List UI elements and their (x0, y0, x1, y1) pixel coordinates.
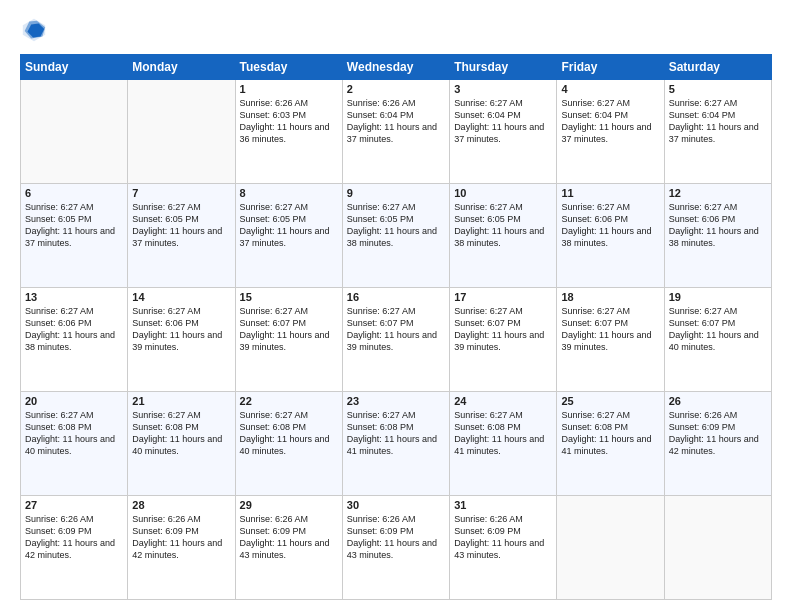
day-info: Sunrise: 6:26 AM Sunset: 6:09 PM Dayligh… (132, 513, 230, 562)
day-number: 21 (132, 395, 230, 407)
weekday-header-tuesday: Tuesday (235, 55, 342, 80)
day-number: 17 (454, 291, 552, 303)
day-number: 31 (454, 499, 552, 511)
day-info: Sunrise: 6:27 AM Sunset: 6:06 PM Dayligh… (669, 201, 767, 250)
day-info: Sunrise: 6:27 AM Sunset: 6:08 PM Dayligh… (561, 409, 659, 458)
day-info: Sunrise: 6:26 AM Sunset: 6:09 PM Dayligh… (240, 513, 338, 562)
calendar-cell: 11Sunrise: 6:27 AM Sunset: 6:06 PM Dayli… (557, 184, 664, 288)
day-number: 18 (561, 291, 659, 303)
calendar-cell: 7Sunrise: 6:27 AM Sunset: 6:05 PM Daylig… (128, 184, 235, 288)
day-number: 25 (561, 395, 659, 407)
calendar-cell: 29Sunrise: 6:26 AM Sunset: 6:09 PM Dayli… (235, 496, 342, 600)
day-number: 13 (25, 291, 123, 303)
day-number: 15 (240, 291, 338, 303)
day-number: 27 (25, 499, 123, 511)
day-number: 1 (240, 83, 338, 95)
calendar-week-row: 27Sunrise: 6:26 AM Sunset: 6:09 PM Dayli… (21, 496, 772, 600)
day-info: Sunrise: 6:27 AM Sunset: 6:05 PM Dayligh… (454, 201, 552, 250)
day-info: Sunrise: 6:27 AM Sunset: 6:05 PM Dayligh… (25, 201, 123, 250)
day-info: Sunrise: 6:26 AM Sunset: 6:09 PM Dayligh… (347, 513, 445, 562)
calendar-cell: 4Sunrise: 6:27 AM Sunset: 6:04 PM Daylig… (557, 80, 664, 184)
weekday-header-wednesday: Wednesday (342, 55, 449, 80)
calendar-cell: 21Sunrise: 6:27 AM Sunset: 6:08 PM Dayli… (128, 392, 235, 496)
calendar-week-row: 6Sunrise: 6:27 AM Sunset: 6:05 PM Daylig… (21, 184, 772, 288)
logo (20, 16, 52, 44)
day-number: 6 (25, 187, 123, 199)
day-info: Sunrise: 6:27 AM Sunset: 6:04 PM Dayligh… (454, 97, 552, 146)
calendar-cell: 16Sunrise: 6:27 AM Sunset: 6:07 PM Dayli… (342, 288, 449, 392)
day-number: 12 (669, 187, 767, 199)
day-info: Sunrise: 6:27 AM Sunset: 6:05 PM Dayligh… (240, 201, 338, 250)
calendar-cell: 30Sunrise: 6:26 AM Sunset: 6:09 PM Dayli… (342, 496, 449, 600)
day-number: 26 (669, 395, 767, 407)
calendar-cell: 8Sunrise: 6:27 AM Sunset: 6:05 PM Daylig… (235, 184, 342, 288)
calendar-cell (21, 80, 128, 184)
calendar-cell (557, 496, 664, 600)
day-number: 23 (347, 395, 445, 407)
day-number: 16 (347, 291, 445, 303)
calendar-week-row: 20Sunrise: 6:27 AM Sunset: 6:08 PM Dayli… (21, 392, 772, 496)
day-info: Sunrise: 6:27 AM Sunset: 6:08 PM Dayligh… (347, 409, 445, 458)
calendar-cell: 28Sunrise: 6:26 AM Sunset: 6:09 PM Dayli… (128, 496, 235, 600)
calendar-cell: 27Sunrise: 6:26 AM Sunset: 6:09 PM Dayli… (21, 496, 128, 600)
calendar-cell: 25Sunrise: 6:27 AM Sunset: 6:08 PM Dayli… (557, 392, 664, 496)
calendar-cell: 24Sunrise: 6:27 AM Sunset: 6:08 PM Dayli… (450, 392, 557, 496)
day-info: Sunrise: 6:27 AM Sunset: 6:08 PM Dayligh… (132, 409, 230, 458)
day-info: Sunrise: 6:27 AM Sunset: 6:08 PM Dayligh… (454, 409, 552, 458)
day-info: Sunrise: 6:27 AM Sunset: 6:07 PM Dayligh… (454, 305, 552, 354)
weekday-header-saturday: Saturday (664, 55, 771, 80)
calendar-cell: 2Sunrise: 6:26 AM Sunset: 6:04 PM Daylig… (342, 80, 449, 184)
calendar-cell: 17Sunrise: 6:27 AM Sunset: 6:07 PM Dayli… (450, 288, 557, 392)
calendar-cell: 6Sunrise: 6:27 AM Sunset: 6:05 PM Daylig… (21, 184, 128, 288)
calendar-cell: 12Sunrise: 6:27 AM Sunset: 6:06 PM Dayli… (664, 184, 771, 288)
day-info: Sunrise: 6:27 AM Sunset: 6:07 PM Dayligh… (347, 305, 445, 354)
day-number: 8 (240, 187, 338, 199)
day-info: Sunrise: 6:27 AM Sunset: 6:06 PM Dayligh… (25, 305, 123, 354)
day-info: Sunrise: 6:27 AM Sunset: 6:05 PM Dayligh… (132, 201, 230, 250)
calendar-cell: 23Sunrise: 6:27 AM Sunset: 6:08 PM Dayli… (342, 392, 449, 496)
day-number: 29 (240, 499, 338, 511)
logo-icon (20, 16, 48, 44)
day-number: 24 (454, 395, 552, 407)
calendar-cell: 3Sunrise: 6:27 AM Sunset: 6:04 PM Daylig… (450, 80, 557, 184)
calendar-cell: 9Sunrise: 6:27 AM Sunset: 6:05 PM Daylig… (342, 184, 449, 288)
day-number: 9 (347, 187, 445, 199)
day-number: 3 (454, 83, 552, 95)
day-number: 30 (347, 499, 445, 511)
calendar-cell: 26Sunrise: 6:26 AM Sunset: 6:09 PM Dayli… (664, 392, 771, 496)
weekday-header-row: SundayMondayTuesdayWednesdayThursdayFrid… (21, 55, 772, 80)
weekday-header-thursday: Thursday (450, 55, 557, 80)
day-info: Sunrise: 6:26 AM Sunset: 6:09 PM Dayligh… (25, 513, 123, 562)
day-number: 4 (561, 83, 659, 95)
calendar-cell (128, 80, 235, 184)
calendar-table: SundayMondayTuesdayWednesdayThursdayFrid… (20, 54, 772, 600)
calendar-cell: 15Sunrise: 6:27 AM Sunset: 6:07 PM Dayli… (235, 288, 342, 392)
calendar-cell: 1Sunrise: 6:26 AM Sunset: 6:03 PM Daylig… (235, 80, 342, 184)
day-number: 22 (240, 395, 338, 407)
day-number: 2 (347, 83, 445, 95)
day-info: Sunrise: 6:27 AM Sunset: 6:07 PM Dayligh… (561, 305, 659, 354)
day-info: Sunrise: 6:27 AM Sunset: 6:07 PM Dayligh… (669, 305, 767, 354)
calendar-cell: 13Sunrise: 6:27 AM Sunset: 6:06 PM Dayli… (21, 288, 128, 392)
weekday-header-sunday: Sunday (21, 55, 128, 80)
calendar-cell: 18Sunrise: 6:27 AM Sunset: 6:07 PM Dayli… (557, 288, 664, 392)
day-info: Sunrise: 6:27 AM Sunset: 6:04 PM Dayligh… (561, 97, 659, 146)
calendar-cell: 22Sunrise: 6:27 AM Sunset: 6:08 PM Dayli… (235, 392, 342, 496)
calendar-cell: 31Sunrise: 6:26 AM Sunset: 6:09 PM Dayli… (450, 496, 557, 600)
weekday-header-monday: Monday (128, 55, 235, 80)
day-number: 10 (454, 187, 552, 199)
day-number: 5 (669, 83, 767, 95)
day-number: 20 (25, 395, 123, 407)
day-info: Sunrise: 6:27 AM Sunset: 6:08 PM Dayligh… (240, 409, 338, 458)
day-number: 14 (132, 291, 230, 303)
day-number: 7 (132, 187, 230, 199)
calendar-cell: 19Sunrise: 6:27 AM Sunset: 6:07 PM Dayli… (664, 288, 771, 392)
calendar-cell: 10Sunrise: 6:27 AM Sunset: 6:05 PM Dayli… (450, 184, 557, 288)
day-info: Sunrise: 6:27 AM Sunset: 6:06 PM Dayligh… (132, 305, 230, 354)
page: SundayMondayTuesdayWednesdayThursdayFrid… (0, 0, 792, 612)
weekday-header-friday: Friday (557, 55, 664, 80)
day-number: 19 (669, 291, 767, 303)
day-info: Sunrise: 6:26 AM Sunset: 6:09 PM Dayligh… (454, 513, 552, 562)
day-info: Sunrise: 6:26 AM Sunset: 6:04 PM Dayligh… (347, 97, 445, 146)
calendar-week-row: 1Sunrise: 6:26 AM Sunset: 6:03 PM Daylig… (21, 80, 772, 184)
